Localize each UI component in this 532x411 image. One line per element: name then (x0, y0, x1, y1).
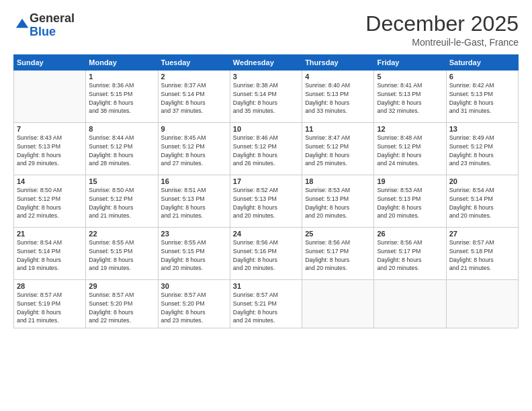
table-row: 22Sunrise: 8:55 AM Sunset: 5:15 PM Dayli… (86, 228, 158, 280)
day-number: 30 (161, 282, 227, 290)
table-row: 21Sunrise: 8:54 AM Sunset: 5:14 PM Dayli… (14, 228, 86, 280)
table-row: 5Sunrise: 8:41 AM Sunset: 5:13 PM Daylig… (374, 71, 446, 123)
table-row: 23Sunrise: 8:55 AM Sunset: 5:15 PM Dayli… (158, 228, 230, 280)
day-number: 6 (449, 73, 515, 81)
day-number: 26 (377, 230, 443, 238)
day-info: Sunrise: 8:43 AM Sunset: 5:13 PM Dayligh… (17, 134, 83, 168)
day-number: 10 (233, 125, 299, 133)
day-info: Sunrise: 8:38 AM Sunset: 5:14 PM Dayligh… (233, 81, 299, 116)
day-number: 23 (161, 230, 227, 238)
day-number: 7 (17, 125, 83, 133)
day-number: 8 (89, 125, 154, 133)
table-row: 17Sunrise: 8:52 AM Sunset: 5:13 PM Dayli… (230, 175, 302, 228)
logo-text: General Blue (30, 12, 75, 39)
logo: General Blue (13, 12, 75, 39)
day-info: Sunrise: 8:42 AM Sunset: 5:13 PM Dayligh… (449, 81, 515, 116)
table-row: 18Sunrise: 8:53 AM Sunset: 5:13 PM Dayli… (302, 175, 374, 228)
day-info: Sunrise: 8:57 AM Sunset: 5:18 PM Dayligh… (449, 238, 515, 273)
day-info: Sunrise: 8:57 AM Sunset: 5:21 PM Dayligh… (233, 291, 299, 325)
table-row: 2Sunrise: 8:37 AM Sunset: 5:14 PM Daylig… (158, 71, 230, 123)
day-number: 16 (161, 177, 227, 185)
table-row: 7Sunrise: 8:43 AM Sunset: 5:13 PM Daylig… (14, 123, 86, 175)
table-row: 9Sunrise: 8:45 AM Sunset: 5:12 PM Daylig… (158, 123, 230, 175)
day-number: 17 (233, 177, 299, 185)
table-row: 10Sunrise: 8:46 AM Sunset: 5:12 PM Dayli… (230, 123, 302, 175)
table-row: 3Sunrise: 8:38 AM Sunset: 5:14 PM Daylig… (230, 71, 302, 123)
table-row: 14Sunrise: 8:50 AM Sunset: 5:12 PM Dayli… (14, 175, 86, 228)
table-row (302, 280, 374, 328)
table-row: 28Sunrise: 8:57 AM Sunset: 5:19 PM Dayli… (14, 280, 86, 328)
table-row: 16Sunrise: 8:51 AM Sunset: 5:13 PM Dayli… (158, 175, 230, 228)
col-saturday: Saturday (446, 55, 518, 71)
calendar-table: Sunday Monday Tuesday Wednesday Thursday… (13, 54, 519, 328)
table-row: 26Sunrise: 8:56 AM Sunset: 5:17 PM Dayli… (374, 228, 446, 280)
day-number: 15 (89, 177, 154, 185)
day-info: Sunrise: 8:56 AM Sunset: 5:16 PM Dayligh… (233, 238, 299, 273)
day-number: 22 (89, 230, 154, 238)
day-info: Sunrise: 8:54 AM Sunset: 5:14 PM Dayligh… (449, 186, 515, 220)
table-row: 12Sunrise: 8:48 AM Sunset: 5:12 PM Dayli… (374, 123, 446, 175)
table-row: 8Sunrise: 8:44 AM Sunset: 5:12 PM Daylig… (86, 123, 158, 175)
table-row: 24Sunrise: 8:56 AM Sunset: 5:16 PM Dayli… (230, 228, 302, 280)
day-info: Sunrise: 8:53 AM Sunset: 5:13 PM Dayligh… (305, 186, 371, 220)
day-info: Sunrise: 8:50 AM Sunset: 5:12 PM Dayligh… (89, 186, 154, 220)
table-row: 19Sunrise: 8:53 AM Sunset: 5:13 PM Dayli… (374, 175, 446, 228)
day-info: Sunrise: 8:36 AM Sunset: 5:15 PM Dayligh… (89, 81, 154, 116)
day-number: 20 (449, 177, 515, 185)
table-row: 13Sunrise: 8:49 AM Sunset: 5:12 PM Dayli… (446, 123, 518, 175)
title-block: December 2025 Montreuil-le-Gast, France (365, 12, 519, 48)
table-row: 6Sunrise: 8:42 AM Sunset: 5:13 PM Daylig… (446, 71, 518, 123)
day-number: 1 (89, 73, 154, 81)
col-tuesday: Tuesday (158, 55, 230, 71)
table-row: 29Sunrise: 8:57 AM Sunset: 5:20 PM Dayli… (86, 280, 158, 328)
col-monday: Monday (86, 55, 158, 71)
calendar-header-row: Sunday Monday Tuesday Wednesday Thursday… (14, 55, 519, 71)
month-title: December 2025 (365, 12, 519, 36)
day-number: 4 (305, 73, 371, 81)
day-number: 29 (89, 282, 154, 290)
day-info: Sunrise: 8:56 AM Sunset: 5:17 PM Dayligh… (377, 238, 443, 273)
table-row: 20Sunrise: 8:54 AM Sunset: 5:14 PM Dayli… (446, 175, 518, 228)
day-info: Sunrise: 8:41 AM Sunset: 5:13 PM Dayligh… (377, 81, 443, 116)
table-row: 25Sunrise: 8:56 AM Sunset: 5:17 PM Dayli… (302, 228, 374, 280)
page: General Blue December 2025 Montreuil-le-… (0, 0, 532, 411)
day-number: 27 (449, 230, 515, 238)
day-number: 28 (17, 282, 83, 290)
day-info: Sunrise: 8:53 AM Sunset: 5:13 PM Dayligh… (377, 186, 443, 220)
header: General Blue December 2025 Montreuil-le-… (13, 12, 519, 48)
day-info: Sunrise: 8:40 AM Sunset: 5:13 PM Dayligh… (305, 81, 371, 116)
day-info: Sunrise: 8:45 AM Sunset: 5:12 PM Dayligh… (161, 134, 227, 168)
day-number: 3 (233, 73, 299, 81)
day-info: Sunrise: 8:56 AM Sunset: 5:17 PM Dayligh… (305, 238, 371, 273)
day-info: Sunrise: 8:49 AM Sunset: 5:12 PM Dayligh… (449, 134, 515, 168)
day-number: 31 (233, 282, 299, 290)
day-info: Sunrise: 8:37 AM Sunset: 5:14 PM Dayligh… (161, 81, 227, 116)
col-wednesday: Wednesday (230, 55, 302, 71)
day-number: 2 (161, 73, 227, 81)
table-row (446, 280, 518, 328)
logo-icon (15, 17, 30, 32)
day-number: 9 (161, 125, 227, 133)
svg-marker-0 (16, 19, 28, 28)
location-title: Montreuil-le-Gast, France (365, 37, 519, 48)
day-info: Sunrise: 8:46 AM Sunset: 5:12 PM Dayligh… (233, 134, 299, 168)
table-row: 11Sunrise: 8:47 AM Sunset: 5:12 PM Dayli… (302, 123, 374, 175)
day-number: 12 (377, 125, 443, 133)
day-number: 14 (17, 177, 83, 185)
day-info: Sunrise: 8:57 AM Sunset: 5:20 PM Dayligh… (161, 291, 227, 325)
logo-general: General (30, 11, 75, 25)
col-friday: Friday (374, 55, 446, 71)
day-number: 5 (377, 73, 443, 81)
day-info: Sunrise: 8:50 AM Sunset: 5:12 PM Dayligh… (17, 186, 83, 220)
day-info: Sunrise: 8:54 AM Sunset: 5:14 PM Dayligh… (17, 238, 83, 273)
logo-blue: Blue (30, 25, 56, 38)
table-row: 4Sunrise: 8:40 AM Sunset: 5:13 PM Daylig… (302, 71, 374, 123)
day-number: 21 (17, 230, 83, 238)
table-row: 31Sunrise: 8:57 AM Sunset: 5:21 PM Dayli… (230, 280, 302, 328)
day-number: 18 (305, 177, 371, 185)
table-row: 1Sunrise: 8:36 AM Sunset: 5:15 PM Daylig… (86, 71, 158, 123)
day-info: Sunrise: 8:44 AM Sunset: 5:12 PM Dayligh… (89, 134, 154, 168)
day-number: 19 (377, 177, 443, 185)
day-info: Sunrise: 8:48 AM Sunset: 5:12 PM Dayligh… (377, 134, 443, 168)
day-info: Sunrise: 8:47 AM Sunset: 5:12 PM Dayligh… (305, 134, 371, 168)
